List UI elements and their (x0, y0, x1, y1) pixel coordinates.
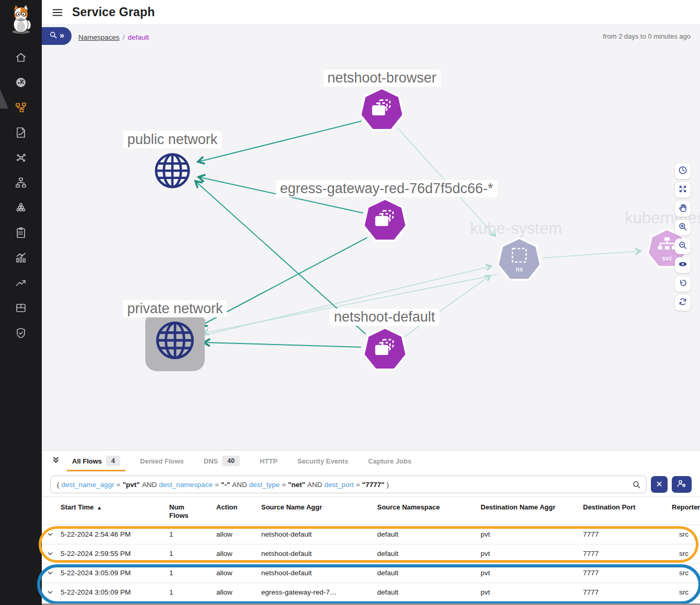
tab-denied-flows[interactable]: Denied Flows (134, 450, 190, 471)
sidebar-item-clusters[interactable] (0, 196, 42, 221)
flows-panel: All Flows 4 Denied Flows DNS 40 HTTP Sec… (42, 450, 700, 605)
cell-reporter: src (672, 530, 700, 538)
node-label-netshoot-default: netshoot-default (330, 309, 439, 326)
node-label-public-network: public network (123, 131, 222, 148)
time-range-label: from 2 days to 0 minutes ago (603, 32, 691, 40)
filter-token: = (282, 481, 286, 489)
hamburger-menu-icon[interactable] (50, 5, 65, 20)
time-settings-button[interactable] (675, 163, 691, 179)
filter-token: "net" (288, 481, 305, 489)
node-netshoot-default[interactable] (362, 327, 408, 373)
double-chevron-right-icon: » (60, 31, 64, 41)
sidebar-item-compliance-reports[interactable] (0, 221, 42, 246)
sidebar-item-threat-defense[interactable] (0, 322, 42, 347)
breadcrumb-current: default (128, 33, 149, 41)
graph-search-button[interactable]: » (42, 27, 72, 45)
sidebar-item-workloads[interactable] (0, 296, 42, 322)
graph-canvas[interactable]: kube-system kubernetes netshoot-browser … (0, 25, 700, 450)
sidebar-item-flow-visualizations[interactable] (0, 146, 42, 171)
service-badge: svc (662, 255, 672, 262)
clipboard-icon (15, 227, 27, 241)
show-hide-button[interactable] (675, 257, 691, 273)
sidebar-item-dashboard[interactable] (0, 71, 42, 96)
expand-row-button[interactable] (47, 589, 61, 596)
cell-source-name-aggr: netshoot-default (261, 569, 377, 577)
search-icon (49, 31, 57, 41)
filter-token: "7777" (362, 481, 384, 489)
node-private-network[interactable] (145, 312, 205, 371)
panel-tabs: All Flows 4 Denied Flows DNS 40 HTTP Sec… (42, 450, 700, 471)
zoom-in-icon (678, 222, 687, 233)
box-icon (15, 302, 27, 316)
user-gear-icon (676, 479, 687, 490)
sidebar-item-policies[interactable] (0, 121, 42, 146)
calico-cat-logo[interactable] (5, 3, 37, 37)
node-public-network[interactable] (151, 150, 193, 194)
sidebar-item-network-topology[interactable] (0, 171, 42, 196)
filter-token: dest_namespace (159, 481, 213, 489)
filter-input[interactable]: ( dest_name_aggr = "pvt" AND dest_namesp… (50, 476, 647, 493)
column-action[interactable]: Action (216, 502, 261, 511)
column-source-namespace[interactable]: Source Namespace (377, 502, 481, 511)
sidebar-item-metrics[interactable] (0, 246, 42, 271)
column-reporter[interactable]: Reporter (672, 502, 700, 511)
cell-source-namespace: default (377, 569, 481, 577)
tab-security-events[interactable]: Security Events (291, 450, 355, 471)
zoom-out-button[interactable] (675, 239, 691, 254)
refresh-button[interactable] (675, 295, 691, 311)
zoom-in-button[interactable] (675, 220, 691, 235)
table-row[interactable]: 5-22-2024 3:05:09 PM 1 allow netshoot-de… (42, 563, 700, 583)
cell-source-namespace: default (377, 550, 481, 557)
cell-action: allow (216, 588, 261, 596)
node-kube-system[interactable]: ns (496, 237, 542, 283)
column-start-time[interactable]: Start Time▲ (61, 502, 169, 511)
tab-all-flows[interactable]: All Flows 4 (66, 450, 126, 471)
node-netshoot-browser[interactable] (359, 87, 405, 133)
cell-action: allow (216, 550, 261, 557)
cell-dest-port: 7777 (583, 588, 672, 596)
clear-filter-button[interactable]: ✕ (651, 476, 668, 493)
expand-row-button[interactable] (47, 570, 61, 576)
column-source-name-aggr[interactable]: Source Name Aggr (261, 502, 377, 511)
sitemap-icon (15, 176, 27, 191)
column-destination-name-aggr[interactable]: Destination Name Aggr (481, 502, 583, 511)
filter-token: = (116, 481, 121, 489)
filter-token: = (215, 481, 219, 489)
fit-to-screen-button[interactable] (675, 182, 691, 198)
cell-source-namespace: default (377, 588, 481, 596)
collapse-panel-button[interactable] (49, 454, 63, 468)
column-destination-port[interactable]: Destination Port (583, 502, 672, 511)
cell-dest-port: 7777 (583, 550, 672, 557)
sidebar-item-service-graph[interactable] (0, 96, 42, 121)
table-row[interactable]: 5-22-2024 2:59:55 PM 1 allow netshoot-de… (42, 544, 700, 563)
cell-num-flows: 1 (169, 530, 216, 538)
zoom-out-icon (678, 241, 687, 252)
replicaset-icon (373, 337, 397, 363)
tab-http[interactable]: HTTP (253, 450, 284, 471)
graph-edges (0, 25, 700, 450)
tab-capture-jobs[interactable]: Capture Jobs (362, 450, 418, 471)
policy-edit-icon (15, 126, 27, 141)
table-row[interactable]: 5-22-2024 2:54:46 PM 1 allow netshoot-de… (42, 525, 700, 544)
sidebar-item-trends[interactable] (0, 271, 42, 296)
page-title: Service Graph (72, 5, 155, 19)
table-row[interactable]: 5-22-2024 3:05:09 PM 1 allow egress-gate… (42, 583, 700, 602)
node-egress-gateway[interactable] (362, 198, 408, 244)
filter-search-icon[interactable] (632, 480, 641, 489)
sidebar-nav (0, 46, 42, 347)
filter-token: AND (142, 481, 157, 489)
expand-row-button[interactable] (47, 551, 61, 557)
breadcrumb-namespaces-link[interactable]: Namespaces (78, 33, 120, 41)
undo-icon (678, 278, 687, 290)
column-num-flows[interactable]: Num Flows (169, 502, 216, 520)
sidebar-item-home[interactable] (0, 46, 42, 71)
tab-dns[interactable]: DNS 40 (197, 450, 246, 471)
cell-reporter: src (672, 588, 700, 596)
replicaset-icon (373, 208, 397, 234)
expand-row-button[interactable] (47, 531, 61, 538)
undo-button[interactable] (675, 276, 691, 292)
pan-button[interactable] (675, 201, 691, 217)
shield-check-icon (15, 327, 27, 341)
cell-dest-name-aggr: pvt (481, 569, 583, 577)
user-settings-button[interactable] (672, 476, 692, 493)
